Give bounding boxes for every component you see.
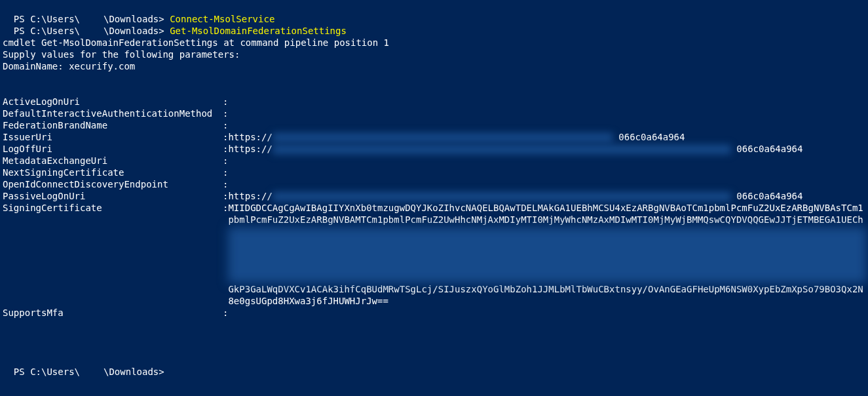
prompt-prefix: PS C:\Users\ — [14, 366, 80, 377]
cert-line-2: pbmlPcmFuZ2UxEzARBgNVBAMTCm1pbmlPcmFuZ2U… — [228, 214, 863, 225]
redacted-cert-body — [228, 227, 867, 283]
prompt-prefix: PS C:\Users\ — [14, 14, 80, 24]
output-row-federationbrandname: FederationBrandName: — [3, 119, 865, 131]
output-value-tail: 066c0a64a964 — [618, 132, 685, 142]
output-row-activelogonuri: ActiveLogOnUri: — [3, 96, 865, 108]
output-row-passivelogonuri: PassiveLogOnUri: https:// 066c0a64a964 — [3, 190, 865, 202]
output-row-defaultinteractiveauth: DefaultInteractiveAuthenticationMethod: — [3, 108, 865, 119]
output-sep: : — [223, 307, 228, 319]
cert-line-end-2: 8e0gsUGpd8HXwa3j6fJHUWHJrJw== — [228, 296, 388, 306]
cmdlet-info-line-3: DomainName: xecurify.com — [3, 60, 865, 72]
output-key: SigningCertificate — [3, 202, 223, 214]
output-row-metadataexchangeuri: MetadataExchangeUri: — [3, 155, 865, 167]
output-sep: : — [223, 167, 228, 178]
output-row-openidconnect: OpenIdConnectDiscoveryEndpoint: — [3, 178, 865, 190]
output-sep: : — [223, 155, 228, 167]
redacted-user — [80, 368, 104, 376]
output-sep: : — [223, 131, 228, 143]
prompt-line-1: PS C:\Users\\Downloads> Connect-MsolServ… — [3, 1, 865, 13]
redacted-user — [80, 28, 104, 35]
output-key: ActiveLogOnUri — [3, 96, 223, 108]
output-key: FederationBrandName — [3, 119, 223, 131]
output-key: IssuerUri — [3, 131, 223, 143]
output-value-tail: 066c0a64a964 — [736, 191, 802, 201]
output-row-logoffuri: LogOffUri: https:// 066c0a64a964 — [3, 143, 865, 155]
prompt-prefix: PS C:\Users\ — [14, 26, 80, 36]
output-row-supportsmfa: SupportsMfa: — [3, 307, 865, 319]
cmdlet-info-line-2: Supply values for the following paramete… — [3, 49, 865, 60]
cert-line-1: MIIDGDCCAgCgAwIBAgIIYXnXb0tmzugwDQYJKoZI… — [228, 203, 863, 213]
prompt-suffix: \Downloads> — [104, 14, 170, 24]
output-sep: : — [223, 178, 228, 190]
output-sep: : — [223, 190, 228, 202]
prompt-line-final[interactable]: PS C:\Users\\Downloads> — [3, 354, 865, 366]
output-key: PassiveLogOnUri — [3, 190, 223, 202]
output-value-prefix: https:// — [228, 131, 272, 143]
cmdlet-info-line-1: cmdlet Get-MsolDomainFederationSettings … — [3, 37, 865, 49]
output-key: LogOffUri — [3, 143, 223, 155]
output-key: MetadataExchangeUri — [3, 155, 223, 167]
output-sep: : — [223, 96, 228, 108]
command-text: Get-MsolDomainFederationSettings — [170, 26, 347, 36]
output-sep: : — [223, 119, 228, 131]
prompt-suffix: \Downloads> — [104, 366, 164, 377]
output-value-tail: 066c0a64a964 — [736, 144, 802, 154]
command-text: Connect-MsolService — [170, 14, 274, 24]
output-value-prefix: https:// — [228, 190, 272, 202]
output-row-nextsigningcertificate: NextSigningCertificate: — [3, 167, 865, 178]
cert-line-end-1: GkP3GaLWqDVXCv1ACAk3ihfCqBUdMRwTSgLcj/SI… — [228, 284, 863, 294]
redacted-user — [80, 16, 104, 24]
redacted-url — [273, 192, 731, 201]
prompt-suffix: \Downloads> — [104, 26, 170, 36]
redacted-url — [273, 133, 613, 142]
output-sep: : — [223, 143, 228, 155]
output-key: DefaultInteractiveAuthenticationMethod — [3, 108, 223, 119]
output-key: OpenIdConnectDiscoveryEndpoint — [3, 178, 223, 190]
output-key: NextSigningCertificate — [3, 167, 223, 178]
output-value-prefix: https:// — [228, 143, 272, 155]
certificate-value: MIIDGDCCAgCgAwIBAgIIYXnXb0tmzugwDQYJKoZI… — [228, 202, 868, 307]
output-key: SupportsMfa — [3, 307, 223, 319]
output-sep: : — [223, 108, 228, 119]
output-row-issueruri: IssuerUri: https:// 066c0a64a964 — [3, 131, 865, 143]
output-sep: : — [223, 202, 228, 214]
redacted-url — [273, 145, 731, 154]
output-row-signingcertificate: SigningCertificate: MIIDGDCCAgCgAwIBAgII… — [3, 202, 865, 307]
